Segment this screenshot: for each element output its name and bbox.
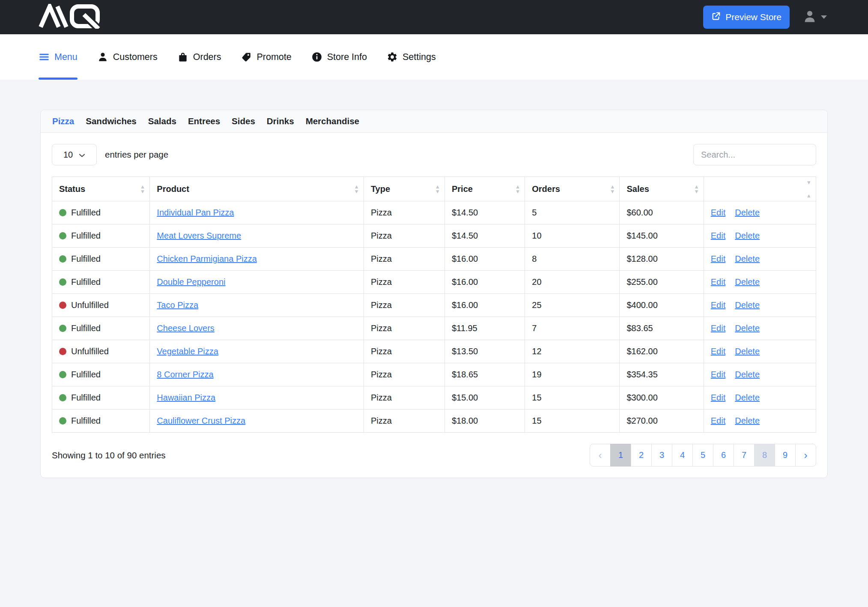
delete-link[interactable]: Delete [735,277,760,287]
pagination-page-1[interactable]: 1 [610,444,631,466]
brand-logo[interactable] [39,4,110,30]
edit-link[interactable]: Edit [711,347,725,356]
tab-pizza[interactable]: Pizza [52,116,74,126]
search-input[interactable] [693,144,816,165]
product-cell: Hawaiian Pizza [150,386,364,410]
product-link[interactable]: 8 Corner Pizza [157,370,213,379]
entries-summary: Showing 1 to 10 of 90 entries [52,450,166,460]
pagination-page-2[interactable]: 2 [631,444,652,466]
delete-link[interactable]: Delete [735,323,760,333]
external-link-icon [711,12,721,23]
nav-item-store-info[interactable]: Store Info [311,34,367,80]
tab-merchandise[interactable]: Merchandise [306,116,359,126]
nav-item-customers[interactable]: Customers [97,34,158,80]
pagination-page-9[interactable]: 9 [775,444,796,466]
delete-link[interactable]: Delete [735,208,760,217]
product-link[interactable]: Vegetable Pizza [157,347,218,356]
actions-cell: EditDelete [704,224,816,248]
nav-item-menu[interactable]: Menu [39,34,78,80]
column-header-sales[interactable]: Sales▴▾ [620,177,704,201]
entries-per-page-label: entries per page [105,150,168,160]
product-link[interactable]: Double Pepperoni [157,277,225,287]
delete-link[interactable]: Delete [735,254,760,263]
status-label: Fulfilled [71,231,101,240]
delete-link[interactable]: Delete [735,231,760,240]
status-dot [59,209,66,216]
product-link[interactable]: Individual Pan Pizza [157,208,234,217]
nav-item-settings[interactable]: Settings [387,34,436,80]
edit-link[interactable]: Edit [711,231,725,240]
column-header-actions[interactable]: ▾▴ [704,177,816,201]
tab-sides[interactable]: Sides [232,116,255,126]
product-cell: Individual Pan Pizza [150,201,364,224]
nav-item-orders[interactable]: Orders [177,34,221,80]
column-header-orders[interactable]: Orders▴▾ [525,177,620,201]
delete-link[interactable]: Delete [735,370,760,379]
table-row: FulfilledCheese LoversPizza$11.957$83.65… [52,317,816,340]
page-size-select[interactable]: 10 [52,144,97,165]
delete-link[interactable]: Delete [735,300,760,310]
edit-link[interactable]: Edit [711,300,725,310]
product-cell: Taco Pizza [150,294,364,317]
type-cell: Pizza [364,386,444,410]
type-cell: Pizza [364,248,444,271]
edit-link[interactable]: Edit [711,277,725,287]
edit-link[interactable]: Edit [711,393,725,402]
pagination-page-3[interactable]: 3 [651,444,672,466]
delete-link[interactable]: Delete [735,416,760,425]
account-menu[interactable] [802,9,827,25]
price-cell: $14.50 [444,224,525,248]
orders-cell: 8 [525,248,620,271]
pagination-next-button[interactable]: › [795,444,816,466]
product-link[interactable]: Hawaiian Pizza [157,393,215,402]
tab-drinks[interactable]: Drinks [267,116,294,126]
product-link[interactable]: Meat Lovers Supreme [157,231,241,240]
column-header-type[interactable]: Type▴▾ [364,177,444,201]
status-dot [59,278,66,286]
tab-entrees[interactable]: Entrees [188,116,220,126]
info-icon [311,51,322,63]
product-link[interactable]: Chicken Parmigiana Pizza [157,254,257,263]
product-link[interactable]: Cheese Lovers [157,323,215,333]
primary-nav: MenuCustomersOrdersPromoteStore InfoSett… [0,34,868,80]
sort-desc-icon: ▾ [807,180,810,185]
table-header-row: Status▴▾Product▴▾Type▴▾Price▴▾Orders▴▾Sa… [52,177,816,201]
pagination-page-8[interactable]: 8 [754,444,775,466]
table-controls: 10 entries per page [52,144,816,165]
edit-link[interactable]: Edit [711,370,725,379]
pagination-prev-button[interactable]: ‹ [590,444,611,466]
pagination-page-4[interactable]: 4 [672,444,693,466]
nav-item-promote[interactable]: Promote [241,34,291,80]
card-body: 10 entries per page [41,133,827,478]
actions-cell: EditDelete [704,340,816,363]
pagination-page-5[interactable]: 5 [692,444,713,466]
product-link[interactable]: Cauliflower Crust Pizza [157,416,245,425]
edit-link[interactable]: Edit [711,323,725,333]
column-header-price[interactable]: Price▴▾ [444,177,525,201]
nav-item-label: Customers [113,52,158,63]
edit-link[interactable]: Edit [711,254,725,263]
pagination-page-6[interactable]: 6 [713,444,734,466]
tab-sandwiches[interactable]: Sandwiches [86,116,137,126]
actions-cell: EditDelete [704,363,816,386]
product-link[interactable]: Taco Pizza [157,300,198,310]
edit-link[interactable]: Edit [711,208,725,217]
orders-cell: 5 [525,201,620,224]
delete-link[interactable]: Delete [735,347,760,356]
person-icon [802,9,817,25]
delete-link[interactable]: Delete [735,393,760,402]
column-header-product[interactable]: Product▴▾ [150,177,364,201]
edit-link[interactable]: Edit [711,416,725,425]
column-header-status[interactable]: Status▴▾ [52,177,150,201]
type-cell: Pizza [364,340,444,363]
preview-store-button[interactable]: Preview Store [703,6,790,29]
bag-icon [177,51,188,63]
sales-cell: $300.00 [620,386,704,410]
status-label: Fulfilled [71,323,101,333]
tab-salads[interactable]: Salads [148,116,176,126]
gear-icon [387,51,398,63]
price-cell: $11.95 [444,317,525,340]
pagination-page-7[interactable]: 7 [734,444,755,466]
table-row: UnfulfilledVegetable PizzaPizza$13.5012$… [52,340,816,363]
nav-item-label: Settings [403,52,436,63]
